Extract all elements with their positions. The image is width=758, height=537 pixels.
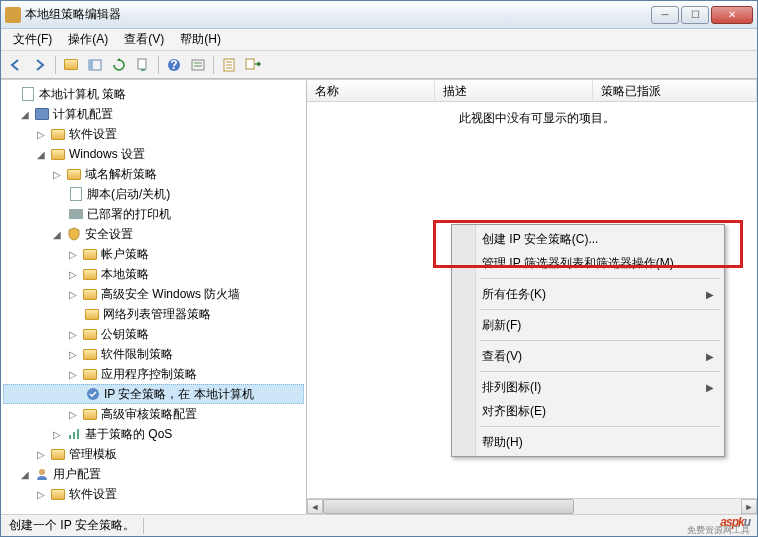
tree-local-policy[interactable]: ▷本地策略 xyxy=(3,264,304,284)
menu-align-icons[interactable]: 对齐图标(E) xyxy=(454,399,722,423)
tree-account-policy[interactable]: ▷帐户策略 xyxy=(3,244,304,264)
collapse-icon[interactable]: ◢ xyxy=(19,469,31,480)
folder-icon xyxy=(82,266,98,282)
tree-root[interactable]: 本地计算机 策略 xyxy=(3,84,304,104)
col-name[interactable]: 名称 xyxy=(307,80,435,101)
expand-icon[interactable]: ▷ xyxy=(67,329,79,340)
tree-windows-settings[interactable]: ◢Windows 设置 xyxy=(3,144,304,164)
tree-deployed-printers[interactable]: 已部署的打印机 xyxy=(3,204,304,224)
export-button[interactable] xyxy=(132,54,154,76)
list-icon xyxy=(222,58,236,72)
col-policy[interactable]: 策略已指派 xyxy=(593,80,757,101)
tree-app-control[interactable]: ▷应用程序控制策略 xyxy=(3,364,304,384)
svg-rect-5 xyxy=(192,60,204,70)
horizontal-scrollbar[interactable]: ◄ ► xyxy=(307,498,757,514)
tree-pubkey-policy[interactable]: ▷公钥策略 xyxy=(3,324,304,344)
filter-button[interactable] xyxy=(187,54,209,76)
scroll-thumb[interactable] xyxy=(323,499,574,514)
collapse-icon[interactable]: ◢ xyxy=(35,149,47,160)
expand-icon[interactable]: ▷ xyxy=(67,269,79,280)
back-arrow-icon xyxy=(9,58,23,72)
folder-icon xyxy=(50,146,66,162)
tree-computer-config[interactable]: ◢计算机配置 xyxy=(3,104,304,124)
menu-arrange-icons[interactable]: 排列图标(I)▶ xyxy=(454,375,722,399)
submenu-arrow-icon: ▶ xyxy=(706,289,714,300)
menu-manage-filter[interactable]: 管理 IP 筛选器列表和筛选器操作(M)... xyxy=(454,251,722,275)
menu-label: 帮助(H) xyxy=(482,434,523,451)
action-button-1[interactable] xyxy=(218,54,240,76)
scroll-left-button[interactable]: ◄ xyxy=(307,499,323,514)
menu-refresh[interactable]: 刷新(F) xyxy=(454,313,722,337)
tree-network-list[interactable]: 网络列表管理器策略 xyxy=(3,304,304,324)
back-button[interactable] xyxy=(5,54,27,76)
scroll-track[interactable] xyxy=(323,499,741,514)
menu-help[interactable]: 帮助(H) xyxy=(454,430,722,454)
svg-text:?: ? xyxy=(170,58,177,72)
svg-rect-11 xyxy=(77,429,79,439)
tree-label: 高级安全 Windows 防火墙 xyxy=(101,286,240,303)
refresh-button[interactable] xyxy=(108,54,130,76)
tree-qos[interactable]: ▷基于策略的 QoS xyxy=(3,424,304,444)
expand-icon[interactable]: ▷ xyxy=(67,289,79,300)
menu-separator xyxy=(480,371,720,372)
tree-security-settings[interactable]: ◢安全设置 xyxy=(3,224,304,244)
col-desc[interactable]: 描述 xyxy=(435,80,593,101)
collapse-icon[interactable]: ◢ xyxy=(19,109,31,120)
up-button[interactable] xyxy=(60,54,82,76)
tree-software-restrict[interactable]: ▷软件限制策略 xyxy=(3,344,304,364)
tree-dns-policy[interactable]: ▷域名解析策略 xyxy=(3,164,304,184)
tree-label: 用户配置 xyxy=(53,466,101,483)
toolbar-separator xyxy=(55,56,56,74)
expand-icon[interactable]: ▷ xyxy=(35,129,47,140)
tree-ip-security[interactable]: IP 安全策略，在 本地计算机 xyxy=(3,384,304,404)
menu-view[interactable]: 查看(V)▶ xyxy=(454,344,722,368)
expand-icon[interactable]: ▷ xyxy=(35,449,47,460)
tree-adv-audit[interactable]: ▷高级审核策略配置 xyxy=(3,404,304,424)
expand-icon[interactable]: ▷ xyxy=(51,169,63,180)
tree-label: 基于策略的 QoS xyxy=(85,426,172,443)
svg-point-12 xyxy=(39,469,45,475)
folder-icon xyxy=(50,486,66,502)
expand-icon[interactable]: ▷ xyxy=(67,369,79,380)
menu-all-tasks[interactable]: 所有任务(K)▶ xyxy=(454,282,722,306)
tree-admin-templates[interactable]: ▷管理模板 xyxy=(3,444,304,464)
tree-scripts[interactable]: 脚本(启动/关机) xyxy=(3,184,304,204)
toolbar-separator xyxy=(158,56,159,74)
collapse-icon[interactable]: ◢ xyxy=(51,229,63,240)
show-console-button[interactable] xyxy=(84,54,106,76)
forward-button[interactable] xyxy=(29,54,51,76)
tree-software-settings-2[interactable]: ▷软件设置 xyxy=(3,484,304,504)
folder-icon xyxy=(82,286,98,302)
expand-icon[interactable]: ▷ xyxy=(67,349,79,360)
menu-action[interactable]: 操作(A) xyxy=(60,29,116,50)
expand-icon[interactable]: ▷ xyxy=(67,249,79,260)
script-icon xyxy=(68,186,84,202)
menu-file[interactable]: 文件(F) xyxy=(5,29,60,50)
expand-icon[interactable]: ▷ xyxy=(35,489,47,500)
tree-user-config[interactable]: ◢用户配置 xyxy=(3,464,304,484)
expand-icon[interactable]: ▷ xyxy=(67,409,79,420)
minimize-button[interactable]: ─ xyxy=(651,6,679,24)
menu-view[interactable]: 查看(V) xyxy=(116,29,172,50)
menu-create-ip-policy[interactable]: 创建 IP 安全策略(C)... xyxy=(454,227,722,251)
menu-label: 管理 IP 筛选器列表和筛选器操作(M)... xyxy=(482,255,684,272)
help-button[interactable]: ? xyxy=(163,54,185,76)
doc-icon xyxy=(20,86,36,102)
tree-label: 帐户策略 xyxy=(101,246,149,263)
tree-label: 公钥策略 xyxy=(101,326,149,343)
menu-help[interactable]: 帮助(H) xyxy=(172,29,229,50)
close-button[interactable]: ✕ xyxy=(711,6,753,24)
tree-label: 计算机配置 xyxy=(53,106,113,123)
tree-firewall[interactable]: ▷高级安全 Windows 防火墙 xyxy=(3,284,304,304)
tree-label: 应用程序控制策略 xyxy=(101,366,197,383)
tree-pane[interactable]: 本地计算机 策略 ◢计算机配置 ▷软件设置 ◢Windows 设置 ▷域名解析策… xyxy=(1,80,307,514)
tree-label: 已部署的打印机 xyxy=(87,206,171,223)
tree-software-settings[interactable]: ▷软件设置 xyxy=(3,124,304,144)
expand-icon[interactable]: ▷ xyxy=(51,429,63,440)
menu-label: 排列图标(I) xyxy=(482,379,541,396)
help-icon: ? xyxy=(167,58,181,72)
maximize-button[interactable]: ☐ xyxy=(681,6,709,24)
menu-label: 创建 IP 安全策略(C)... xyxy=(482,231,598,248)
ipsec-icon xyxy=(85,386,101,402)
action-button-2[interactable] xyxy=(242,54,264,76)
